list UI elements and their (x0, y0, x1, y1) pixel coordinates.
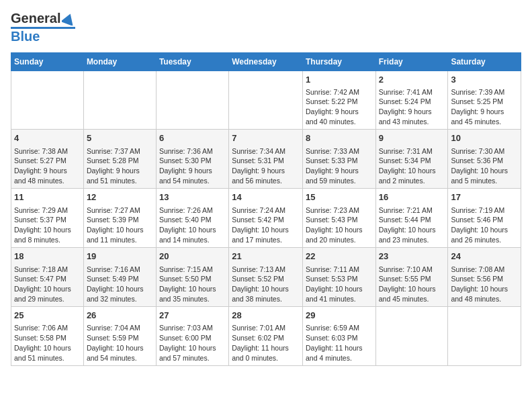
calendar-cell: 23Sunrise: 7:10 AM Sunset: 5:55 PM Dayli… (375, 248, 448, 307)
calendar-cell: 1Sunrise: 7:42 AM Sunset: 5:22 PM Daylig… (302, 71, 375, 130)
day-number: 14 (232, 191, 300, 203)
day-number: 28 (232, 310, 300, 322)
day-number: 17 (451, 191, 518, 203)
day-number: 8 (306, 132, 373, 144)
day-number: 16 (379, 191, 445, 203)
day-info: Sunrise: 7:10 AM Sunset: 5:55 PM Dayligh… (379, 265, 445, 304)
calendar-header-thursday: Thursday (302, 52, 375, 71)
calendar-cell (229, 71, 303, 130)
day-number: 13 (159, 191, 226, 203)
day-number: 1 (306, 74, 373, 86)
calendar-header-monday: Monday (83, 52, 156, 71)
calendar-cell: 15Sunrise: 7:23 AM Sunset: 5:43 PM Dayli… (302, 189, 375, 248)
calendar-cell: 7Sunrise: 7:34 AM Sunset: 5:31 PM Daylig… (229, 130, 303, 189)
day-info: Sunrise: 7:41 AM Sunset: 5:24 PM Dayligh… (379, 87, 445, 127)
day-number: 6 (159, 132, 226, 144)
calendar-cell: 10Sunrise: 7:30 AM Sunset: 5:36 PM Dayli… (448, 130, 521, 189)
day-info: Sunrise: 7:37 AM Sunset: 5:28 PM Dayligh… (87, 146, 153, 186)
day-number: 9 (379, 132, 445, 144)
calendar-cell: 5Sunrise: 7:37 AM Sunset: 5:28 PM Daylig… (83, 130, 156, 189)
calendar-cell: 20Sunrise: 7:15 AM Sunset: 5:50 PM Dayli… (156, 248, 228, 307)
logo: General Blue (11, 11, 75, 44)
calendar-cell: 26Sunrise: 7:04 AM Sunset: 5:59 PM Dayli… (83, 307, 156, 366)
calendar-week-row: 18Sunrise: 7:18 AM Sunset: 5:47 PM Dayli… (11, 248, 521, 307)
day-number: 20 (159, 250, 226, 263)
day-info: Sunrise: 7:23 AM Sunset: 5:43 PM Dayligh… (306, 205, 373, 245)
day-number: 23 (379, 250, 445, 263)
calendar-cell: 12Sunrise: 7:27 AM Sunset: 5:39 PM Dayli… (83, 189, 156, 248)
day-info: Sunrise: 7:34 AM Sunset: 5:31 PM Dayligh… (232, 146, 300, 186)
calendar-header-sunday: Sunday (11, 52, 84, 71)
day-info: Sunrise: 7:31 AM Sunset: 5:34 PM Dayligh… (379, 146, 445, 186)
calendar-cell: 2Sunrise: 7:41 AM Sunset: 5:24 PM Daylig… (375, 71, 448, 130)
logo-arrow-icon (62, 12, 75, 26)
calendar-cell: 19Sunrise: 7:16 AM Sunset: 5:49 PM Dayli… (83, 248, 156, 307)
calendar-cell: 9Sunrise: 7:31 AM Sunset: 5:34 PM Daylig… (375, 130, 448, 189)
day-number: 3 (451, 74, 518, 86)
day-info: Sunrise: 7:39 AM Sunset: 5:25 PM Dayligh… (451, 87, 518, 127)
day-info: Sunrise: 7:15 AM Sunset: 5:50 PM Dayligh… (159, 265, 226, 304)
calendar-week-row: 4Sunrise: 7:38 AM Sunset: 5:27 PM Daylig… (11, 130, 521, 189)
day-info: Sunrise: 7:27 AM Sunset: 5:39 PM Dayligh… (87, 205, 153, 245)
calendar-cell: 4Sunrise: 7:38 AM Sunset: 5:27 PM Daylig… (11, 130, 84, 189)
calendar-cell (375, 307, 448, 366)
calendar-cell: 24Sunrise: 7:08 AM Sunset: 5:56 PM Dayli… (448, 248, 521, 307)
day-number: 24 (451, 250, 518, 263)
day-number: 21 (232, 250, 300, 263)
day-number: 27 (159, 310, 226, 322)
day-info: Sunrise: 7:03 AM Sunset: 6:00 PM Dayligh… (159, 323, 226, 363)
day-info: Sunrise: 7:19 AM Sunset: 5:46 PM Dayligh… (451, 205, 518, 245)
day-number: 12 (87, 191, 153, 203)
day-number: 22 (306, 250, 373, 263)
day-number: 15 (306, 191, 373, 203)
calendar-header-wednesday: Wednesday (229, 52, 303, 71)
day-number: 26 (87, 310, 153, 322)
day-number: 4 (14, 132, 81, 144)
day-number: 7 (232, 132, 300, 144)
calendar-week-row: 25Sunrise: 7:06 AM Sunset: 5:58 PM Dayli… (11, 307, 521, 366)
calendar-cell: 6Sunrise: 7:36 AM Sunset: 5:30 PM Daylig… (156, 130, 228, 189)
day-info: Sunrise: 7:11 AM Sunset: 5:53 PM Dayligh… (306, 265, 373, 304)
day-number: 18 (14, 250, 81, 263)
day-info: Sunrise: 7:33 AM Sunset: 5:33 PM Dayligh… (306, 146, 373, 186)
day-number: 5 (87, 132, 153, 144)
day-info: Sunrise: 7:42 AM Sunset: 5:22 PM Dayligh… (306, 87, 373, 127)
calendar-cell: 17Sunrise: 7:19 AM Sunset: 5:46 PM Dayli… (448, 189, 521, 248)
day-info: Sunrise: 7:13 AM Sunset: 5:52 PM Dayligh… (232, 265, 300, 304)
calendar-header-row: SundayMondayTuesdayWednesdayThursdayFrid… (11, 52, 521, 71)
day-info: Sunrise: 7:38 AM Sunset: 5:27 PM Dayligh… (14, 146, 81, 186)
day-info: Sunrise: 7:26 AM Sunset: 5:40 PM Dayligh… (159, 205, 226, 245)
calendar-cell: 18Sunrise: 7:18 AM Sunset: 5:47 PM Dayli… (11, 248, 84, 307)
header: General Blue (11, 11, 521, 44)
calendar-cell: 28Sunrise: 7:01 AM Sunset: 6:02 PM Dayli… (229, 307, 303, 366)
calendar-header-saturday: Saturday (448, 52, 521, 71)
calendar-week-row: 1Sunrise: 7:42 AM Sunset: 5:22 PM Daylig… (11, 71, 521, 130)
calendar-table: SundayMondayTuesdayWednesdayThursdayFrid… (11, 52, 521, 367)
day-info: Sunrise: 7:06 AM Sunset: 5:58 PM Dayligh… (14, 323, 81, 363)
day-info: Sunrise: 7:29 AM Sunset: 5:37 PM Dayligh… (14, 205, 81, 245)
calendar-week-row: 11Sunrise: 7:29 AM Sunset: 5:37 PM Dayli… (11, 189, 521, 248)
day-info: Sunrise: 6:59 AM Sunset: 6:03 PM Dayligh… (306, 323, 373, 363)
day-info: Sunrise: 7:21 AM Sunset: 5:44 PM Dayligh… (379, 205, 445, 245)
calendar-cell: 3Sunrise: 7:39 AM Sunset: 5:25 PM Daylig… (448, 71, 521, 130)
day-info: Sunrise: 7:16 AM Sunset: 5:49 PM Dayligh… (87, 265, 153, 304)
day-info: Sunrise: 7:36 AM Sunset: 5:30 PM Dayligh… (159, 146, 226, 186)
calendar-cell: 14Sunrise: 7:24 AM Sunset: 5:42 PM Dayli… (229, 189, 303, 248)
day-number: 19 (87, 250, 153, 263)
calendar-header-tuesday: Tuesday (156, 52, 228, 71)
calendar-cell (83, 71, 156, 130)
day-number: 25 (14, 310, 81, 322)
day-number: 29 (306, 310, 373, 322)
calendar-cell (448, 307, 521, 366)
calendar-cell: 29Sunrise: 6:59 AM Sunset: 6:03 PM Dayli… (302, 307, 375, 366)
calendar-cell: 11Sunrise: 7:29 AM Sunset: 5:37 PM Dayli… (11, 189, 84, 248)
calendar-cell: 25Sunrise: 7:06 AM Sunset: 5:58 PM Dayli… (11, 307, 84, 366)
calendar-cell: 21Sunrise: 7:13 AM Sunset: 5:52 PM Dayli… (229, 248, 303, 307)
day-number: 11 (14, 191, 81, 203)
day-info: Sunrise: 7:01 AM Sunset: 6:02 PM Dayligh… (232, 323, 300, 363)
calendar-cell (11, 71, 84, 130)
logo-blue-text: Blue (11, 29, 40, 44)
day-info: Sunrise: 7:04 AM Sunset: 5:59 PM Dayligh… (87, 323, 153, 363)
day-number: 10 (451, 132, 518, 144)
logo-general-text: General (11, 11, 60, 26)
